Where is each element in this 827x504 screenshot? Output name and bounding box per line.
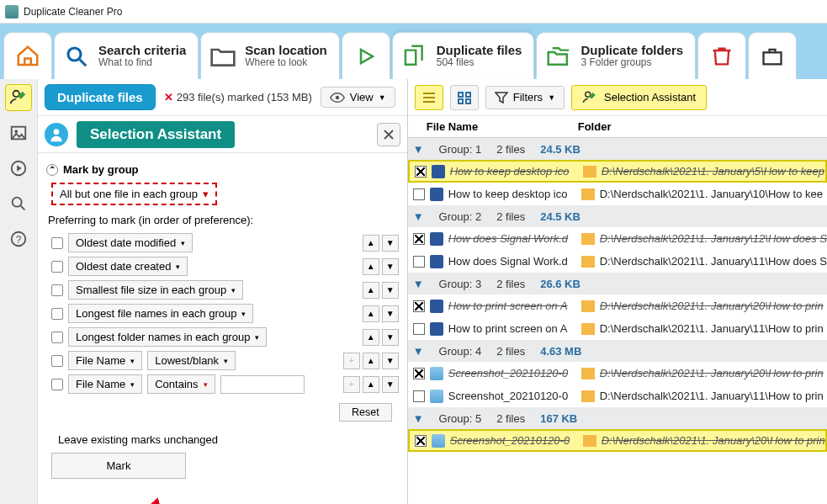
group-header[interactable]: ▼ Group: 5 2 files 167 KB <box>408 407 827 429</box>
checkbox[interactable] <box>51 379 63 390</box>
tab-home[interactable] <box>3 32 52 79</box>
view-grid-icon[interactable] <box>450 85 479 110</box>
chip-filename[interactable]: File Name▾ <box>68 374 142 394</box>
file-name: Screenshot_20210120-0 <box>448 367 576 379</box>
duplicate-files-button[interactable]: Duplicate files <box>45 84 156 110</box>
group-header[interactable]: ▼ Group: 2 2 files 24.5 KB <box>408 205 827 227</box>
group-header[interactable]: ▼ Group: 1 2 files 24.5 KB <box>408 138 827 160</box>
contains-input[interactable] <box>220 375 305 394</box>
rail-preview-icon[interactable] <box>5 155 32 182</box>
folder-icon <box>581 233 595 245</box>
move-down-button[interactable]: ▼ <box>382 329 399 346</box>
checkbox[interactable] <box>51 355 63 367</box>
pref-chip[interactable]: Longest file names in each group▾ <box>68 304 254 323</box>
mark-checkbox[interactable] <box>413 390 425 402</box>
add-row-button[interactable]: + <box>343 376 360 393</box>
filters-dropdown[interactable]: Filters ▼ <box>485 86 565 109</box>
group-header[interactable]: ▼ Group: 3 2 files 26.6 KB <box>408 273 827 294</box>
results-body[interactable]: ▼ Group: 1 2 files 24.5 KB How to keep d… <box>408 138 827 504</box>
rail-help-icon[interactable]: ? <box>5 225 32 252</box>
move-up-button[interactable]: ▲ <box>363 305 379 322</box>
briefcase-icon <box>759 43 786 70</box>
tab-tools[interactable] <box>748 32 797 79</box>
move-up-button[interactable]: ▲ <box>363 353 379 369</box>
mark-mode-dropdown[interactable]: All but one file in each group ▾ <box>51 183 217 205</box>
tab-scan-location[interactable]: Scan location Where to look <box>200 32 340 79</box>
move-up-button[interactable]: ▲ <box>363 235 379 252</box>
reset-button[interactable]: Reset <box>339 403 392 422</box>
tab-delete[interactable] <box>697 32 746 79</box>
image-file-icon <box>430 390 443 403</box>
group-header[interactable]: ▼ Group: 4 2 files 4.63 MB <box>408 340 827 362</box>
tab-duplicate-folders[interactable]: Duplicate folders 3 Folder groups <box>536 32 696 79</box>
tab-title: Duplicate files <box>437 43 522 57</box>
move-down-button[interactable]: ▼ <box>382 376 399 393</box>
selection-assistant-button[interactable]: Selection Assistant <box>571 85 707 110</box>
move-down-button[interactable]: ▼ <box>382 235 399 252</box>
pref-row: Longest file names in each group▾ ▲ ▼ <box>51 304 399 323</box>
mark-checkbox[interactable] <box>413 368 425 379</box>
file-path: D:\Nerdschalk\2021\1. January\20\How to … <box>600 300 827 312</box>
checkbox[interactable] <box>51 308 63 320</box>
pref-chip[interactable]: Smallest file size in each group▾ <box>68 280 243 300</box>
view-list-icon[interactable] <box>415 85 443 110</box>
pref-chip[interactable]: Oldest date modified▾ <box>68 233 193 252</box>
move-down-button[interactable]: ▼ <box>382 353 399 369</box>
file-row[interactable]: How to print screen on A D:\Nerdschalk\2… <box>408 294 827 317</box>
folder-icon <box>581 390 595 402</box>
home-icon <box>14 43 41 70</box>
mark-button[interactable]: Mark <box>51 453 186 479</box>
col-filename[interactable]: File Name <box>427 120 578 133</box>
file-row[interactable]: Screenshot_20210120-0 D:\Nerdschalk\2021… <box>408 362 827 385</box>
checkbox[interactable] <box>51 284 63 296</box>
tab-run-scan[interactable] <box>342 32 390 79</box>
results-column-headers: File Name Folder <box>408 116 827 138</box>
file-row[interactable]: How does Signal Work.d D:\Nerdschalk\202… <box>408 250 827 273</box>
move-down-button[interactable]: ▼ <box>382 258 399 275</box>
file-row[interactable]: How to print screen on A D:\Nerdschalk\2… <box>408 317 827 340</box>
file-row[interactable]: How to keep desktop ico D:\Nerdschalk\20… <box>408 160 827 183</box>
move-down-button[interactable]: ▼ <box>382 305 399 322</box>
file-row[interactable]: How to keep desktop ico D:\Nerdschalk\20… <box>408 183 827 205</box>
checkbox[interactable] <box>51 261 63 273</box>
mark-checkbox[interactable] <box>413 256 425 268</box>
pref-chip[interactable]: Longest folder names in each group▾ <box>68 327 267 347</box>
close-button[interactable] <box>377 123 400 146</box>
move-up-button[interactable]: ▲ <box>363 376 379 393</box>
folder-icon <box>209 43 236 70</box>
rail-assistant-icon[interactable] <box>5 84 32 111</box>
chip-lowest[interactable]: Lowest/blank▾ <box>147 351 236 370</box>
move-down-button[interactable]: ▼ <box>382 282 399 299</box>
rail-search-icon[interactable] <box>5 190 32 217</box>
file-row[interactable]: Screenshot_20210120-0 D:\Nerdschalk\2021… <box>408 385 827 407</box>
mark-checkbox[interactable] <box>413 300 425 312</box>
move-up-button[interactable]: ▲ <box>363 329 379 346</box>
add-row-button[interactable]: + <box>343 353 360 369</box>
rail-image-icon[interactable] <box>5 119 32 146</box>
tab-search-criteria[interactable]: Search criteria What to find <box>54 32 199 79</box>
mark-checkbox[interactable] <box>413 323 425 335</box>
tab-sub: 504 files <box>437 57 522 69</box>
file-row[interactable]: Screenshot_20210120-0 D:\Nerdschalk\2021… <box>408 429 827 452</box>
pref-chip[interactable]: Oldest date created▾ <box>68 257 188 276</box>
mark-checkbox[interactable] <box>415 435 427 447</box>
pref-row: Longest folder names in each group▾ ▲ ▼ <box>51 327 399 347</box>
view-dropdown[interactable]: View ▼ <box>321 87 395 108</box>
file-row[interactable]: How does Signal Work.d D:\Nerdschalk\202… <box>408 227 827 250</box>
tab-duplicate-files[interactable]: Duplicate files 504 files <box>392 32 535 79</box>
checkbox[interactable] <box>51 332 63 343</box>
checkbox[interactable] <box>51 237 63 249</box>
file-name: How does Signal Work.d <box>448 255 576 268</box>
mark-checkbox[interactable] <box>415 166 427 178</box>
file-path: D:\Nerdschalk\2021\1. January\5\How to k… <box>602 165 825 178</box>
section-mark-by-group[interactable]: ⌃ Mark by group <box>46 163 399 176</box>
move-up-button[interactable]: ▲ <box>363 282 379 299</box>
col-folder[interactable]: Folder <box>578 120 612 133</box>
chip-contains[interactable]: Contains▾ <box>147 374 215 394</box>
mark-checkbox[interactable] <box>413 233 425 245</box>
mark-checkbox[interactable] <box>413 188 425 200</box>
file-path: D:\Nerdschalk\2021\1. January\11\How to … <box>600 322 827 335</box>
chip-filename[interactable]: File Name▾ <box>68 351 142 370</box>
move-up-button[interactable]: ▲ <box>363 258 379 275</box>
folder-icon <box>583 435 596 447</box>
